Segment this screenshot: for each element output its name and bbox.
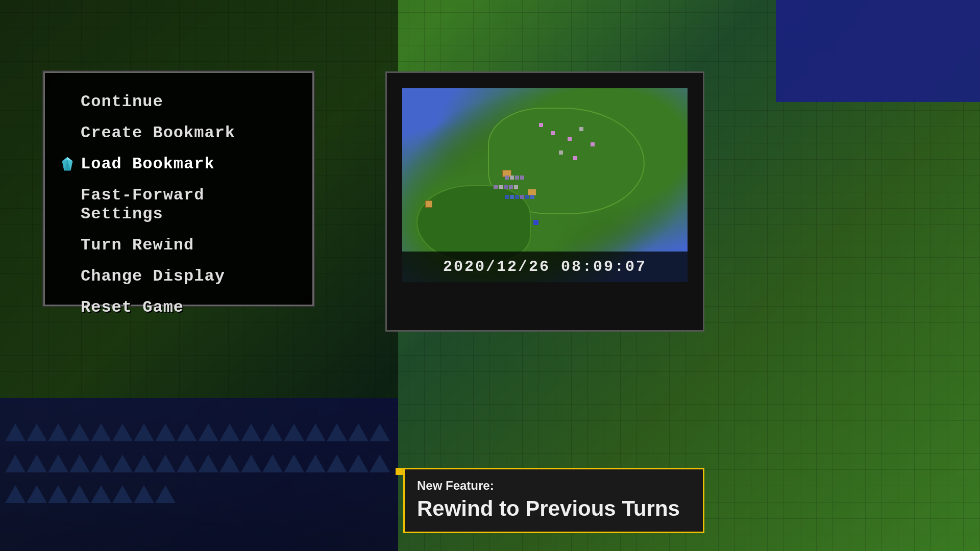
menu-panel: Continue Create Bookmark Load Bookmark <box>43 71 314 306</box>
menu-create-bookmark-label: Create Bookmark <box>81 123 235 142</box>
timestamp-text: 2020/12/26 08:09:07 <box>443 258 647 276</box>
feature-indicator-dot <box>396 468 403 475</box>
menu-item-change-display[interactable]: Change Display <box>60 263 297 290</box>
menu-item-continue[interactable]: Continue <box>60 88 297 115</box>
menu-item-create-bookmark[interactable]: Create Bookmark <box>60 119 297 146</box>
menu-continue-label: Continue <box>81 92 163 111</box>
menu-item-fast-forward[interactable]: Fast-Forward Settings <box>60 182 297 228</box>
menu-fast-forward-label: Fast-Forward Settings <box>81 186 297 223</box>
menu-item-load-bookmark[interactable]: Load Bookmark <box>60 151 297 178</box>
gem-icon <box>60 156 75 172</box>
preview-map-image: 2020/12/26 08:09:07 <box>402 88 688 282</box>
preview-panel: 2020/12/26 08:09:07 <box>385 71 704 332</box>
menu-items-list: Continue Create Bookmark Load Bookmark <box>45 78 312 331</box>
menu-turn-rewind-label: Turn Rewind <box>81 236 194 255</box>
new-feature-label: New Feature: <box>417 479 691 493</box>
menu-reset-game-label: Reset Game <box>81 298 184 317</box>
menu-item-reset-game[interactable]: Reset Game <box>60 294 297 321</box>
water-area-top-right <box>776 0 980 102</box>
preview-timestamp-bar: 2020/12/26 08:09:07 <box>402 252 688 282</box>
menu-change-display-label: Change Display <box>81 267 225 286</box>
menu-load-bookmark-label: Load Bookmark <box>81 155 215 173</box>
new-feature-banner: New Feature: Rewind to Previous Turns <box>403 468 704 533</box>
new-feature-title: Rewind to Previous Turns <box>417 497 691 520</box>
menu-item-turn-rewind[interactable]: Turn Rewind <box>60 232 297 259</box>
